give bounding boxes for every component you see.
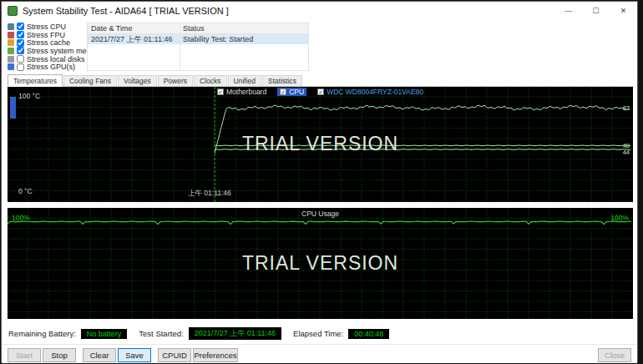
window-title: System Stability Test - AIDA64 [ TRIAL V… [23, 6, 229, 16]
minimize-button[interactable]: — [554, 2, 582, 19]
gpu-icon [8, 63, 14, 70]
log-header-datetime[interactable]: Date & Time [88, 23, 180, 33]
app-window: System Stability Test - AIDA64 [ TRIAL V… [1, 1, 638, 362]
event-log-table[interactable]: Date & Time Status 2021/7/27 上午 01:11:46… [87, 23, 309, 71]
stress-option-cache[interactable]: Stress cache [8, 38, 86, 47]
cpu-usage-chart: CPU Usage 100% 100% TRIAL VERSION [8, 208, 633, 319]
maximize-button[interactable]: ☐ [582, 2, 610, 19]
tab-statistics[interactable]: Statistics [262, 75, 302, 86]
cpu-icon [8, 23, 14, 30]
stress-fpu-label: Stress FPU [27, 31, 65, 39]
log-row[interactable]: 2021/7/27 上午 01:11:46 Stability Test: St… [88, 34, 308, 44]
tab-temperatures[interactable]: Temperatures [8, 74, 63, 87]
elapsed-time-label: Elapsed Time: [293, 329, 343, 338]
test-started-value: 2021/7/27 上午 01:11:46 [189, 327, 281, 340]
temperature-chart-legend: ✓ Motherboard ✓ CPU ✓ WDC WD8004FRYZ-01V… [8, 88, 633, 96]
stress-option-gpu[interactable]: Stress GPU(s) [8, 63, 86, 71]
checkbox-checked-icon: ✓ [317, 88, 324, 95]
temperature-chart: 874844 ✓ Motherboard ✓ CPU ✓ WDC WD8004F… [8, 87, 633, 202]
save-button[interactable]: Save [118, 348, 151, 362]
disk-icon [8, 56, 14, 63]
x-axis-start-time-label: 上午 01:11:46 [188, 189, 231, 199]
stress-cpu-checkbox[interactable] [17, 23, 24, 30]
stress-option-fpu[interactable]: Stress FPU [8, 31, 86, 39]
status-bar: Remaining Battery: No battery Test Start… [8, 327, 401, 340]
minimize-icon: — [565, 7, 572, 15]
close-window-button[interactable]: ✕ [610, 2, 637, 19]
stop-button[interactable]: Stop [43, 348, 76, 362]
tab-powers[interactable]: Powers [158, 75, 193, 86]
window-controls: — ☐ ✕ [554, 2, 637, 19]
trial-version-watermark: TRIAL VERSION [8, 133, 633, 155]
current-value-indicator-bar [10, 97, 16, 119]
log-header-row: Date & Time Status [88, 23, 308, 34]
y-axis-max-label: 100 °C [18, 92, 40, 100]
stress-memory-checkbox[interactable] [17, 47, 24, 54]
remaining-battery-label: Remaining Battery: [8, 329, 76, 338]
tab-cooling-fans[interactable]: Cooling Fans [63, 75, 117, 86]
stress-fpu-checkbox[interactable] [17, 31, 24, 38]
tab-voltages[interactable]: Voltages [118, 75, 157, 86]
stress-cache-checkbox[interactable] [17, 39, 24, 47]
log-cell-datetime: 2021/7/27 上午 01:11:46 [88, 34, 180, 44]
stress-option-cpu[interactable]: Stress CPU [8, 23, 86, 31]
cpu-usage-chart-title: CPU Usage [8, 210, 633, 218]
stress-gpu-checkbox[interactable] [17, 63, 24, 71]
stress-disks-checkbox[interactable] [17, 55, 24, 63]
aida64-app-icon [8, 6, 18, 16]
cpu-y-axis-right-label: 100% [610, 214, 629, 222]
maximize-icon: ☐ [592, 7, 599, 15]
close-icon: ✕ [620, 7, 627, 15]
log-cell-status: Stability Test: Started [180, 34, 308, 44]
cpu-y-axis-left-label: 100% [12, 214, 30, 222]
test-started-label: Test Started: [139, 329, 183, 338]
close-button[interactable]: Close [598, 348, 631, 362]
checkbox-checked-icon: ✓ [280, 88, 286, 95]
cpuid-button[interactable]: CPUID [158, 348, 191, 362]
tab-unified[interactable]: Unified [228, 75, 261, 86]
remaining-battery-value: No battery [81, 329, 128, 339]
stress-cache-label: Stress cache [27, 38, 70, 47]
titlebar[interactable]: System Stability Test - AIDA64 [ TRIAL V… [2, 2, 637, 19]
start-button[interactable]: Start [8, 348, 41, 362]
stress-options-list: Stress CPU Stress FPU Stress cache Stres… [8, 23, 86, 71]
checkbox-checked-icon: ✓ [217, 88, 224, 95]
legend-label-motherboard: Motherboard [226, 88, 266, 96]
preferences-button[interactable]: Preferences [193, 348, 238, 362]
legend-item-motherboard[interactable]: ✓ Motherboard [215, 88, 269, 96]
legend-label-wdc-disk: WDC WD8004FRYZ-01VAE80 [327, 88, 423, 96]
elapsed-time-value: 00:40:48 [348, 329, 389, 339]
y-axis-min-label: 0 °C [18, 187, 33, 195]
legend-item-wdc-disk[interactable]: ✓ WDC WD8004FRYZ-01VAE80 [315, 88, 426, 96]
cache-icon [8, 39, 14, 46]
clear-button[interactable]: Clear [83, 348, 116, 362]
tab-bar: Temperatures Cooling Fans Voltages Power… [8, 74, 633, 87]
log-header-status[interactable]: Status [180, 23, 308, 33]
stress-disks-label: Stress local disks [27, 55, 85, 63]
tab-clocks[interactable]: Clocks [194, 75, 227, 86]
svg-text:87: 87 [623, 104, 630, 112]
stress-option-memory[interactable]: Stress system memory [8, 47, 86, 55]
legend-item-cpu[interactable]: ✓ CPU [277, 88, 306, 96]
stress-gpu-label: Stress GPU(s) [27, 63, 75, 71]
memory-icon [8, 48, 14, 54]
log-column-divider [180, 23, 180, 70]
trial-version-watermark: TRIAL VERSION [8, 251, 633, 274]
legend-label-cpu: CPU [289, 88, 304, 96]
button-bar: Start Stop Clear Save CPUID Preferences … [2, 344, 637, 363]
fpu-icon [8, 32, 14, 38]
stress-option-disks[interactable]: Stress local disks [8, 55, 86, 63]
stress-cpu-label: Stress CPU [27, 23, 66, 31]
